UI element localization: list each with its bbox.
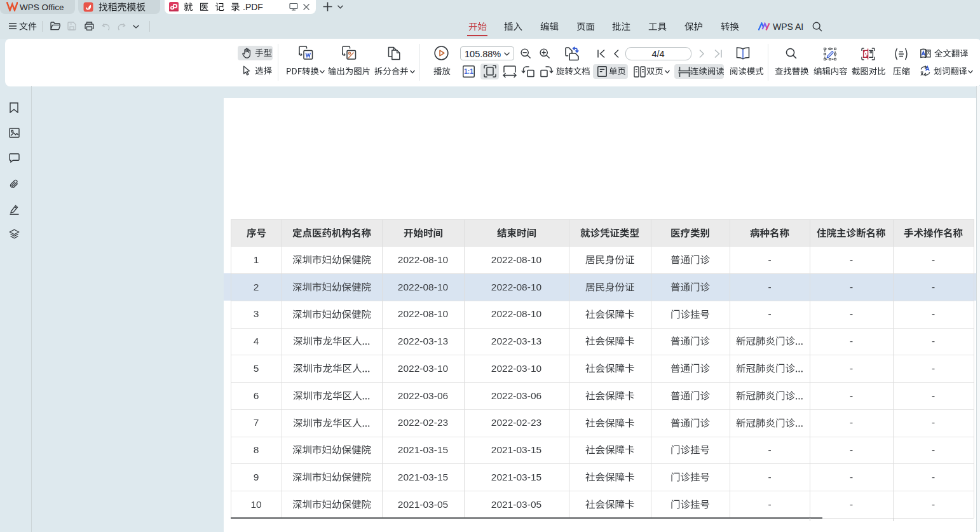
svg-text:1:1: 1:1	[464, 68, 473, 75]
